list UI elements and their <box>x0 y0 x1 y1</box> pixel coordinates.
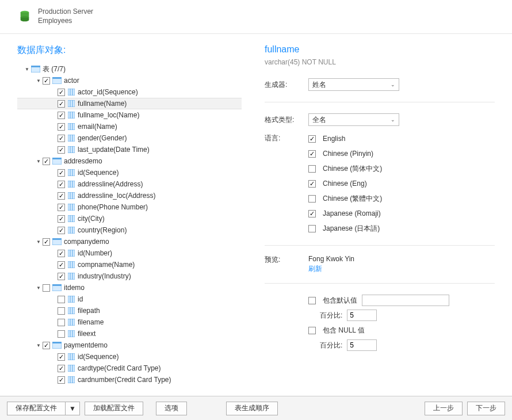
next-button[interactable]: 下一步 <box>467 402 505 415</box>
tree-column[interactable]: phone(Phone Number) <box>17 201 242 213</box>
expand-arrow-icon[interactable] <box>36 78 41 83</box>
language-checkbox[interactable] <box>308 165 316 173</box>
tree-checkbox[interactable] <box>58 330 65 338</box>
language-item[interactable]: Japanese (Romaji) <box>308 206 382 221</box>
language-item[interactable]: Chinese (Eng) <box>308 176 382 191</box>
tree-checkbox[interactable] <box>43 284 50 292</box>
percent-null-input[interactable] <box>347 339 377 351</box>
expand-arrow-icon[interactable] <box>36 285 41 291</box>
language-checkbox[interactable] <box>308 150 316 158</box>
tree-node[interactable]: addresdemo <box>17 155 242 167</box>
tree-column[interactable]: filename <box>17 316 242 328</box>
load-profile-button[interactable]: 加载配置文件 <box>85 402 143 415</box>
language-checkbox[interactable] <box>308 225 316 232</box>
tree-checkbox[interactable] <box>58 296 65 303</box>
expand-arrow-icon[interactable] <box>36 158 41 164</box>
tree-column[interactable]: country(Region) <box>17 224 242 236</box>
tree-column[interactable]: fileext <box>17 328 242 339</box>
tree-checkbox[interactable] <box>58 204 65 211</box>
tree-column[interactable]: city(City) <box>17 213 242 224</box>
tree-column[interactable]: id(Number) <box>17 247 242 259</box>
tree-column[interactable]: addressline_loc(Address) <box>17 190 242 201</box>
language-checkbox[interactable] <box>308 210 316 217</box>
tree-node[interactable]: actor <box>17 75 242 86</box>
tree-checkbox[interactable] <box>58 192 65 200</box>
tree-column[interactable]: cardnumber(Credit Card Type) <box>17 374 242 385</box>
include-default-checkbox[interactable] <box>308 297 316 304</box>
tree-checkbox[interactable] <box>58 376 65 384</box>
percent-default-input[interactable] <box>347 310 377 321</box>
tree-checkbox[interactable] <box>58 353 65 361</box>
include-default-input[interactable] <box>362 295 449 306</box>
tree-column[interactable]: actor_id(Sequence) <box>17 86 242 98</box>
tree-checkbox[interactable] <box>58 250 65 257</box>
column-icon <box>67 307 75 315</box>
table-icon <box>52 77 62 85</box>
tree-checkbox[interactable] <box>58 89 65 96</box>
tree-checkbox[interactable] <box>58 169 65 177</box>
language-item[interactable]: Chinese (简体中文) <box>308 161 382 176</box>
tree-checkbox[interactable] <box>43 342 50 349</box>
tree-node[interactable]: paymentdemo <box>17 339 242 351</box>
tree-checkbox[interactable] <box>58 227 65 234</box>
prev-button[interactable]: 上一步 <box>425 402 463 415</box>
generator-select[interactable]: 姓名 ⌄ <box>308 78 399 91</box>
expand-arrow-icon[interactable] <box>24 66 30 72</box>
expand-arrow-icon[interactable] <box>36 239 41 245</box>
table-icon <box>52 238 62 246</box>
tree-column[interactable]: filepath <box>17 305 242 316</box>
language-item[interactable]: English <box>308 131 382 146</box>
tree-checkbox[interactable] <box>58 123 65 131</box>
language-checkbox[interactable] <box>308 135 316 143</box>
tree-node[interactable]: 表 (7/7) <box>17 63 242 75</box>
options-button[interactable]: 选项 <box>156 402 187 415</box>
tree-column[interactable]: cardtype(Credit Card Type) <box>17 362 242 374</box>
tree-label: actor <box>64 77 79 85</box>
svg-rect-12 <box>68 112 75 119</box>
tree-checkbox[interactable] <box>58 146 65 154</box>
divider <box>265 283 495 284</box>
tree-node[interactable]: companydemo <box>17 236 242 247</box>
tree-column[interactable]: id(Sequence) <box>17 167 242 178</box>
tree-checkbox[interactable] <box>58 100 65 108</box>
tree-column[interactable]: id(Sequence) <box>17 351 242 362</box>
tree-checkbox[interactable] <box>58 273 65 280</box>
tree-column[interactable]: addressline(Address) <box>17 178 242 190</box>
column-icon <box>67 249 75 257</box>
language-item[interactable]: Chinese (Pinyin) <box>308 146 382 161</box>
tree-checkbox[interactable] <box>43 238 50 246</box>
language-checkbox[interactable] <box>308 195 316 203</box>
tree-node[interactable]: itdemo <box>17 282 242 293</box>
tree-checkbox[interactable] <box>58 261 65 269</box>
format-select[interactable]: 全名 ⌄ <box>308 113 399 126</box>
language-item[interactable]: Chinese (繁體中文) <box>308 191 382 206</box>
tree-checkbox[interactable] <box>43 158 50 165</box>
tree-column[interactable]: email(Name) <box>17 121 242 132</box>
language-item[interactable]: Japanese (日本語) <box>308 221 382 236</box>
tree-checkbox[interactable] <box>58 112 65 119</box>
tree-column[interactable]: gender(Gender) <box>17 132 242 144</box>
language-checkbox[interactable] <box>308 180 316 188</box>
table-order-button[interactable]: 表生成顺序 <box>226 402 278 415</box>
tree-checkbox[interactable] <box>43 77 50 85</box>
tree-column[interactable]: id <box>17 293 242 305</box>
tree-checkbox[interactable] <box>58 319 65 326</box>
tree-checkbox[interactable] <box>58 135 65 142</box>
refresh-link[interactable]: 刷新 <box>308 264 354 274</box>
tree-checkbox[interactable] <box>58 365 65 372</box>
include-null-checkbox[interactable] <box>308 327 316 334</box>
save-profile-dropdown[interactable]: ▼ <box>66 402 80 415</box>
tree-checkbox[interactable] <box>58 307 65 315</box>
tree-column[interactable]: industry(Industry) <box>17 270 242 282</box>
tree-column[interactable]: fullname_loc(Name) <box>17 109 242 121</box>
expand-arrow-icon[interactable] <box>36 342 41 348</box>
svg-rect-25 <box>52 158 62 159</box>
object-tree[interactable]: 表 (7/7)actoractor_id(Sequence)fullname(N… <box>17 63 242 385</box>
tree-checkbox[interactable] <box>58 181 65 188</box>
save-profile-button[interactable]: 保存配置文件 <box>7 402 66 415</box>
tree-column[interactable]: compname(Name) <box>17 259 242 270</box>
tree-column[interactable]: last_update(Date Time) <box>17 144 242 155</box>
database-name: Employees <box>38 16 93 25</box>
tree-column[interactable]: fullname(Name) <box>17 98 242 109</box>
tree-checkbox[interactable] <box>58 215 65 223</box>
